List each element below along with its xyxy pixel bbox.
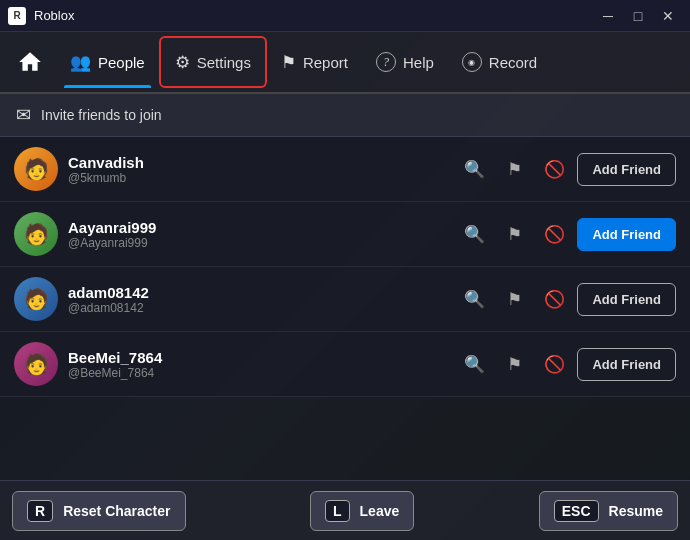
nav-bar: 👥 People ⚙ Settings ⚑ Report ? Help ◉ Re…	[0, 32, 690, 94]
nav-help[interactable]: ? Help	[362, 36, 448, 88]
nav-help-label: Help	[403, 54, 434, 71]
player-handle: @Aayanrai999	[68, 236, 447, 250]
player-name: BeeMei_7864	[68, 349, 447, 366]
report-icon: ⚑	[281, 52, 296, 73]
maximize-button[interactable]: □	[624, 6, 652, 26]
window-controls: ─ □ ✕	[594, 6, 682, 26]
table-row: 🧑 BeeMei_7864 @BeeMei_7864 🔍 ⚑ 🚫 Add Fri…	[0, 332, 690, 397]
player-info: Canvadish @5kmumb	[68, 154, 447, 185]
nav-settings-label: Settings	[197, 54, 251, 71]
player-name: adam08142	[68, 284, 447, 301]
reset-key-badge: R	[27, 500, 53, 522]
zoom-button[interactable]: 🔍	[457, 282, 491, 316]
nav-record-label: Record	[489, 54, 537, 71]
main-panel: 👥 People ⚙ Settings ⚑ Report ? Help ◉ Re…	[0, 32, 690, 540]
flag-button[interactable]: ⚑	[497, 152, 531, 186]
zoom-button[interactable]: 🔍	[457, 152, 491, 186]
add-friend-button[interactable]: Add Friend	[577, 153, 676, 186]
player-info: Aayanrai999 @Aayanrai999	[68, 219, 447, 250]
nav-report[interactable]: ⚑ Report	[267, 36, 362, 88]
zoom-button[interactable]: 🔍	[457, 347, 491, 381]
avatar: 🧑	[14, 212, 58, 256]
reset-character-button[interactable]: R Reset Character	[12, 491, 186, 531]
invite-bar[interactable]: ✉ Invite friends to join	[0, 94, 690, 137]
nav-record[interactable]: ◉ Record	[448, 36, 551, 88]
title-bar-left: R Roblox	[8, 7, 74, 25]
block-button[interactable]: 🚫	[537, 282, 571, 316]
flag-button[interactable]: ⚑	[497, 217, 531, 251]
table-row: 🧑 adam08142 @adam08142 🔍 ⚑ 🚫 Add Friend	[0, 267, 690, 332]
player-actions: 🔍 ⚑ 🚫 Add Friend	[457, 282, 676, 316]
block-button[interactable]: 🚫	[537, 217, 571, 251]
invite-text: Invite friends to join	[41, 107, 162, 123]
nav-people[interactable]: 👥 People	[56, 36, 159, 88]
nav-settings[interactable]: ⚙ Settings	[159, 36, 267, 88]
player-actions: 🔍 ⚑ 🚫 Add Friend	[457, 152, 676, 186]
reset-character-label: Reset Character	[63, 503, 170, 519]
player-info: BeeMei_7864 @BeeMei_7864	[68, 349, 447, 380]
help-icon: ?	[376, 52, 396, 72]
home-icon	[17, 49, 43, 75]
invite-icon: ✉	[16, 104, 31, 126]
minimize-button[interactable]: ─	[594, 6, 622, 26]
table-row: 🧑 Canvadish @5kmumb 🔍 ⚑ 🚫 Add Friend	[0, 137, 690, 202]
player-list: 🧑 Canvadish @5kmumb 🔍 ⚑ 🚫 Add Friend 🧑 A…	[0, 137, 690, 397]
title-bar: R Roblox ─ □ ✕	[0, 0, 690, 32]
record-icon: ◉	[462, 52, 482, 72]
people-icon: 👥	[70, 52, 91, 73]
app-title: Roblox	[34, 8, 74, 23]
bottom-bar: R Reset Character L Leave ESC Resume	[0, 480, 690, 540]
nav-report-label: Report	[303, 54, 348, 71]
player-actions: 🔍 ⚑ 🚫 Add Friend	[457, 217, 676, 251]
player-info: adam08142 @adam08142	[68, 284, 447, 315]
nav-people-label: People	[98, 54, 145, 71]
player-actions: 🔍 ⚑ 🚫 Add Friend	[457, 347, 676, 381]
block-button[interactable]: 🚫	[537, 347, 571, 381]
player-name: Aayanrai999	[68, 219, 447, 236]
close-button[interactable]: ✕	[654, 6, 682, 26]
add-friend-button[interactable]: Add Friend	[577, 283, 676, 316]
avatar: 🧑	[14, 147, 58, 191]
resume-button[interactable]: ESC Resume	[539, 491, 678, 531]
player-handle: @adam08142	[68, 301, 447, 315]
avatar: 🧑	[14, 342, 58, 386]
avatar: 🧑	[14, 277, 58, 321]
settings-icon: ⚙	[175, 52, 190, 73]
player-handle: @5kmumb	[68, 171, 447, 185]
home-button[interactable]	[4, 36, 56, 88]
table-row: 🧑 Aayanrai999 @Aayanrai999 🔍 ⚑ 🚫 Add Fri…	[0, 202, 690, 267]
leave-button[interactable]: L Leave	[310, 491, 414, 531]
leave-label: Leave	[360, 503, 400, 519]
resume-key-badge: ESC	[554, 500, 599, 522]
player-name: Canvadish	[68, 154, 447, 171]
block-button[interactable]: 🚫	[537, 152, 571, 186]
add-friend-button-primary[interactable]: Add Friend	[577, 218, 676, 251]
flag-button[interactable]: ⚑	[497, 347, 531, 381]
content-area: ✉ Invite friends to join 🧑 Canvadish @5k…	[0, 94, 690, 480]
flag-button[interactable]: ⚑	[497, 282, 531, 316]
app-logo: R	[8, 7, 26, 25]
leave-key-badge: L	[325, 500, 350, 522]
player-handle: @BeeMei_7864	[68, 366, 447, 380]
resume-label: Resume	[609, 503, 663, 519]
add-friend-button[interactable]: Add Friend	[577, 348, 676, 381]
zoom-button[interactable]: 🔍	[457, 217, 491, 251]
